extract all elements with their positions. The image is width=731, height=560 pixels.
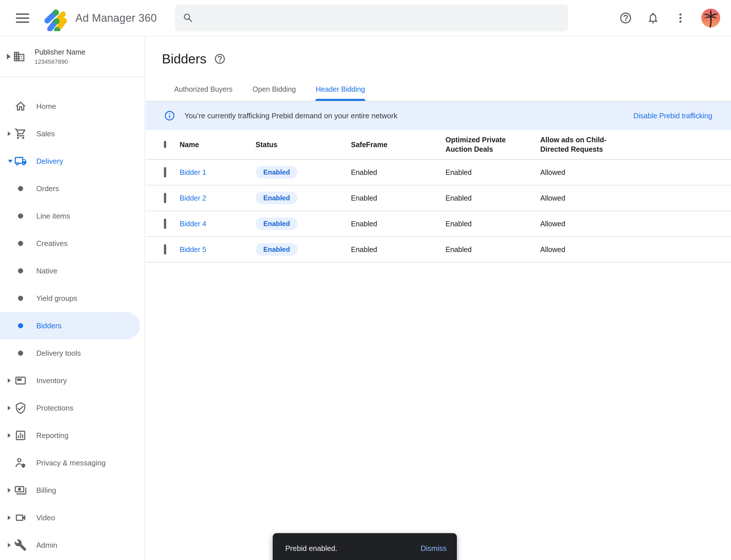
- help-button[interactable]: [619, 11, 632, 25]
- column-header-status: Status: [256, 140, 351, 149]
- ad-manager-logo-icon[interactable]: [42, 5, 69, 31]
- tab-header-bidding[interactable]: Header Bidding: [315, 83, 366, 101]
- safeframe-value: Enabled: [351, 168, 445, 177]
- sidebar-item-delivery-tools[interactable]: Delivery tools: [0, 339, 145, 367]
- row-checkbox[interactable]: [164, 167, 166, 177]
- sidebar-item-label: Yield groups: [36, 294, 77, 303]
- shield-check-icon: [14, 402, 27, 414]
- search-input[interactable]: [200, 9, 561, 27]
- sidebar-item-native[interactable]: Native: [0, 257, 145, 285]
- sidebar-item-home[interactable]: Home: [0, 93, 145, 120]
- sidebar-item-label: Delivery tools: [36, 349, 81, 358]
- table-row: Bidder 1 Enabled Enabled Enabled Allowed: [146, 160, 731, 185]
- tab-authorized-buyers[interactable]: Authorized Buyers: [174, 83, 233, 101]
- info-icon: [164, 110, 175, 121]
- tab-open-bidding[interactable]: Open Bidding: [252, 83, 297, 101]
- page-help-icon[interactable]: [214, 53, 226, 65]
- tab-bar: Authorized Buyers Open Bidding Header Bi…: [146, 83, 731, 101]
- chevron-right-icon: [8, 406, 11, 410]
- column-header-name: Name: [180, 140, 256, 149]
- sidebar-item-admin[interactable]: Admin: [0, 531, 145, 559]
- sidebar-item-label: Bidders: [36, 321, 61, 330]
- row-checkbox[interactable]: [164, 193, 166, 203]
- sidebar-item-label: Sales: [36, 129, 55, 138]
- sidebar-item-label: Creatives: [36, 239, 68, 248]
- sidebar-item-privacy-messaging[interactable]: Privacy & messaging: [0, 449, 145, 477]
- sidebar-item-label: Orders: [36, 184, 59, 193]
- topbar-actions: [619, 9, 720, 27]
- sidebar-item-label: Home: [36, 102, 56, 111]
- bullet-dot-icon: [14, 268, 27, 273]
- account-avatar[interactable]: [701, 9, 720, 27]
- disable-prebid-link[interactable]: Disable Prebid trafficking: [633, 112, 712, 120]
- sidebar-item-creatives[interactable]: Creatives: [0, 230, 145, 257]
- private-auction-value: Enabled: [445, 245, 540, 254]
- more-vert-icon: [674, 11, 687, 25]
- sidebar-item-sales[interactable]: Sales: [0, 120, 145, 147]
- chevron-right-icon: [8, 515, 11, 520]
- private-auction-value: Enabled: [445, 220, 540, 228]
- status-badge: Enabled: [256, 217, 298, 230]
- cart-icon: [14, 127, 27, 140]
- notifications-button[interactable]: [646, 11, 660, 25]
- sidebar-item-delivery[interactable]: Delivery: [0, 147, 145, 175]
- wrench-icon: [14, 539, 27, 551]
- chevron-right-icon: [8, 488, 11, 493]
- dismiss-button[interactable]: Dismiss: [420, 544, 446, 553]
- nav-list: Home Sales Delivery Orders Line items: [0, 93, 145, 559]
- chevron-right-icon: [8, 131, 11, 136]
- sidebar-item-reporting[interactable]: Reporting: [0, 422, 145, 449]
- page-title: Bidders: [162, 51, 207, 67]
- row-checkbox[interactable]: [164, 244, 166, 255]
- table-row: Bidder 5 Enabled Enabled Enabled Allowed: [146, 237, 731, 263]
- bidder-link[interactable]: Bidder 1: [180, 168, 206, 176]
- private-auction-value: Enabled: [445, 168, 540, 177]
- sidebar-item-label: Protections: [36, 404, 73, 413]
- truck-icon: [14, 155, 27, 167]
- status-badge: Enabled: [256, 243, 298, 256]
- banner-message: You’re currently trafficking Prebid dema…: [185, 111, 397, 120]
- child-directed-value: Allowed: [540, 194, 724, 202]
- sidebar-item-billing[interactable]: Billing: [0, 477, 145, 504]
- table-row: Bidder 2 Enabled Enabled Enabled Allowed: [146, 185, 731, 211]
- status-badge: Enabled: [256, 166, 298, 179]
- bullet-dot-icon: [14, 186, 27, 191]
- hamburger-menu-icon[interactable]: [16, 11, 29, 25]
- sidebar-item-inventory[interactable]: Inventory: [0, 367, 145, 394]
- main-content: Bidders Authorized Buyers Open Bidding H…: [146, 37, 731, 560]
- sidebar-item-video[interactable]: Video: [0, 504, 145, 531]
- bidder-link[interactable]: Bidder 4: [180, 220, 206, 228]
- sidebar-item-yield-groups[interactable]: Yield groups: [0, 285, 145, 312]
- chevron-right-icon: [8, 543, 11, 547]
- publisher-switcher[interactable]: Publisher Name 1234567890: [0, 37, 145, 77]
- column-header-private-auction: Optimized Private Auction Deals: [445, 135, 531, 154]
- sidebar-navigation: Publisher Name 1234567890 Home Sales Del…: [0, 37, 145, 560]
- palm-tree-icon: [701, 9, 720, 27]
- bell-icon: [646, 11, 660, 25]
- sidebar-item-label: Privacy & messaging: [36, 459, 106, 467]
- child-directed-value: Allowed: [540, 245, 724, 254]
- child-directed-value: Allowed: [540, 168, 724, 177]
- row-checkbox[interactable]: [164, 219, 166, 229]
- safeframe-value: Enabled: [351, 245, 445, 254]
- sidebar-item-protections[interactable]: Protections: [0, 394, 145, 422]
- safeframe-value: Enabled: [351, 194, 445, 202]
- more-options-button[interactable]: [674, 11, 687, 25]
- bidder-link[interactable]: Bidder 2: [180, 194, 206, 202]
- sidebar-item-line-items[interactable]: Line items: [0, 202, 145, 230]
- column-header-child-directed: Allow ads on Child-Directed Requests: [540, 135, 614, 154]
- select-all-checkbox[interactable]: [164, 141, 166, 148]
- search-bar[interactable]: [175, 5, 568, 31]
- bidder-link[interactable]: Bidder 5: [180, 245, 206, 253]
- publisher-id: 1234567890: [35, 58, 85, 65]
- snackbar-toast: Prebid enabled. Dismiss: [273, 533, 457, 560]
- report-chart-icon: [14, 429, 27, 442]
- home-icon: [14, 100, 27, 113]
- column-header-safeframe: SafeFrame: [351, 140, 445, 149]
- sidebar-item-orders[interactable]: Orders: [0, 175, 145, 202]
- sidebar-item-label: Inventory: [36, 376, 67, 385]
- chevron-down-icon: [8, 160, 13, 163]
- table-header-row: Name Status SafeFrame Optimized Private …: [146, 130, 731, 160]
- ad-unit-icon: [14, 374, 27, 387]
- sidebar-item-bidders[interactable]: Bidders: [0, 312, 140, 339]
